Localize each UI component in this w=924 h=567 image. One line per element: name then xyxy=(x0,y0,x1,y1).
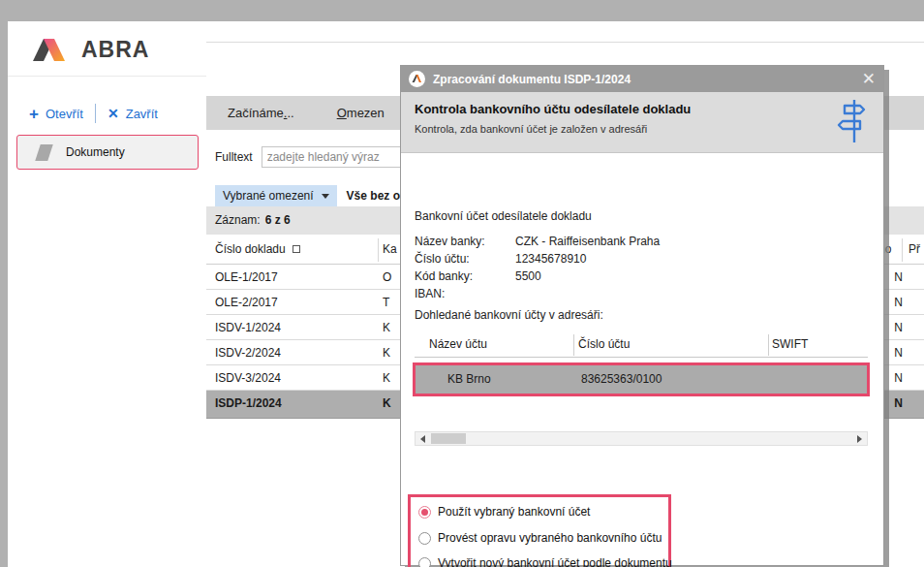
app-window: ABRA + Otevřít ✕ Zavřít Dokumenty Začíná… xyxy=(8,21,924,567)
tab-zaciname[interactable]: Začínáme... xyxy=(206,106,316,120)
account-name: KB Brno xyxy=(447,372,491,386)
radio-create-new-account[interactable]: Vytvořit nový bankovní účet podle dokume… xyxy=(418,556,672,567)
options-highlight-box: Použít vybraný bankovní účet Provést opr… xyxy=(408,494,671,567)
brand-logo-text: ABRA xyxy=(81,37,149,63)
dialog-subheading: Kontrola, zda bankovní účet je založen v… xyxy=(415,123,647,135)
accounts-col-swift[interactable]: SWIFT xyxy=(772,337,808,351)
radio-selected-icon xyxy=(418,506,431,519)
close-x-icon: ✕ xyxy=(108,107,119,120)
sender-account-title: Bankovní účet odesílatele dokladu xyxy=(415,209,592,223)
scroll-left-arrow-icon[interactable] xyxy=(416,432,430,445)
abra-dialog-icon xyxy=(409,71,425,87)
radio-fix-selected-account[interactable]: Provést opravu vybraného bankovního účtu xyxy=(418,531,662,545)
record-count-value: 6 z 6 xyxy=(265,213,291,227)
account-row-selected[interactable]: KB Brno 83625363/0100 xyxy=(416,365,867,394)
signpost-icon xyxy=(835,98,870,146)
open-button[interactable]: + Otevřít xyxy=(29,106,83,122)
column-header-right2[interactable]: Př xyxy=(909,242,920,256)
scroll-right-arrow-icon[interactable] xyxy=(852,432,867,445)
record-count-label: Záznam: xyxy=(215,213,261,227)
abra-logo-icon xyxy=(29,34,77,65)
restriction-value: Vše bez o xyxy=(347,189,400,203)
column-header-kategorie[interactable]: Ka xyxy=(383,242,397,256)
close-button-label: Zavřít xyxy=(126,107,158,121)
restriction-row: Vybrané omezení Vše bez o xyxy=(215,185,400,206)
field-label: IBAN: xyxy=(415,287,445,300)
column-divider xyxy=(573,334,574,356)
dialog-title: Zpracování dokumentu ISDP-1/2024 xyxy=(433,73,631,86)
chevron-down-icon xyxy=(322,194,329,199)
horizontal-scrollbar[interactable] xyxy=(415,431,868,446)
sidebar-item-dokumenty[interactable]: Dokumenty xyxy=(16,135,199,170)
dialog-heading: Kontrola bankovního účtu odesílatele dok… xyxy=(415,102,691,116)
dialog-header: Kontrola bankovního účtu odesílatele dok… xyxy=(401,92,883,153)
column-divider xyxy=(768,334,769,356)
restriction-dropdown[interactable]: Vybrané omezení xyxy=(215,185,337,206)
radio-icon xyxy=(418,557,431,567)
fulltext-label: Fulltext xyxy=(215,150,253,164)
field-value: 12345678910 xyxy=(515,252,586,266)
column-divider xyxy=(902,238,903,262)
field-label: Kód banky: xyxy=(415,269,473,283)
sidebar-toolbar: + Otevřít ✕ Zavřít xyxy=(29,104,158,123)
column-divider xyxy=(378,238,379,262)
logo-row: ABRA xyxy=(8,21,206,77)
selected-account-highlight: KB Brno 83625363/0100 xyxy=(413,362,870,396)
close-button[interactable]: ✕ Zavřít xyxy=(108,107,158,121)
dialog-close-button[interactable]: ✕ xyxy=(862,68,876,91)
field-value: CZK - Raiffeisenbank Praha xyxy=(515,235,660,248)
accounts-table-header: Název účtu Číslo účtu SWIFT xyxy=(415,332,868,358)
scrollbar-thumb[interactable] xyxy=(431,433,466,444)
field-label: Název banky: xyxy=(415,235,485,248)
processing-dialog: Zpracování dokumentu ISDP-1/2024 ✕ Kontr… xyxy=(400,65,884,566)
found-accounts-title: Dohledané bankovní účty v adresáři: xyxy=(415,308,603,322)
radio-icon xyxy=(418,532,431,545)
sidebar: ABRA + Otevřít ✕ Zavřít Dokumenty xyxy=(8,21,206,567)
account-number: 83625363/0100 xyxy=(581,372,662,386)
accounts-col-nazev-uctu[interactable]: Název účtu xyxy=(429,337,487,351)
document-icon xyxy=(35,144,53,161)
plus-icon: + xyxy=(29,106,39,122)
radio-use-selected-account[interactable]: Použít vybraný bankovní účet xyxy=(418,505,590,519)
dialog-body: Bankovní účet odesílatele dokladu Název … xyxy=(401,153,883,565)
sidebar-item-label: Dokumenty xyxy=(66,145,125,159)
open-button-label: Otevřít xyxy=(46,107,83,121)
accounts-col-cislo-uctu[interactable]: Číslo účtu xyxy=(578,337,630,351)
column-header-cislo-dokladu[interactable]: Číslo dokladu xyxy=(215,242,300,256)
column-checkbox-icon[interactable] xyxy=(293,245,300,253)
tab-omezeni[interactable]: Omezen xyxy=(316,106,406,120)
field-value: 5500 xyxy=(515,269,541,283)
field-label: Číslo účtu: xyxy=(415,252,470,266)
restriction-dropdown-label: Vybrané omezení xyxy=(223,189,314,203)
dialog-titlebar[interactable]: Zpracování dokumentu ISDP-1/2024 ✕ xyxy=(401,66,883,92)
toolbar-divider xyxy=(95,104,96,123)
